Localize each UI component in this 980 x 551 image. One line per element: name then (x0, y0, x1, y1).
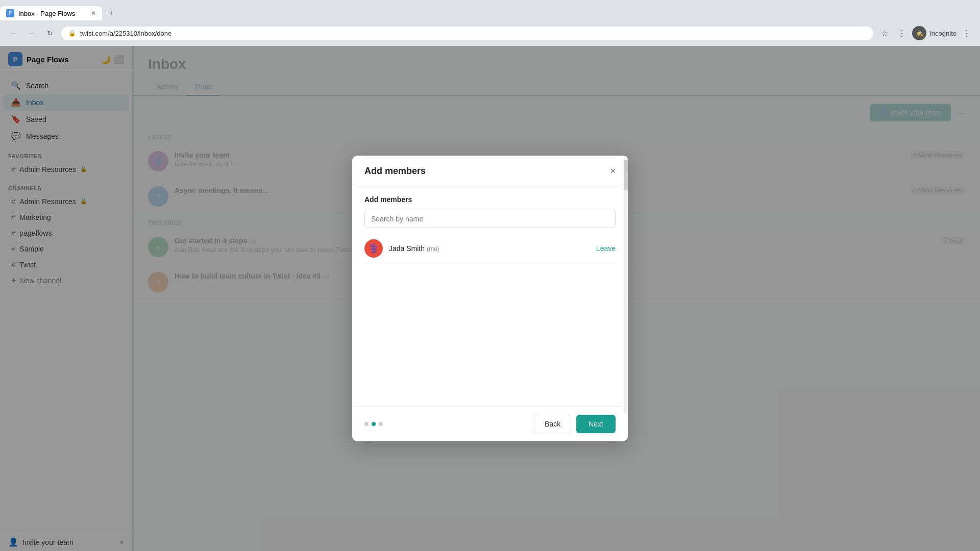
tab-favicon: P (6, 9, 14, 17)
active-tab[interactable]: P Inbox - Page Flows ✕ (0, 6, 102, 20)
modal-overlay[interactable]: Add members × Add members ⚕️ Jada Smith … (0, 46, 980, 551)
modal-scrollbar[interactable] (624, 156, 628, 413)
modal-scroll-thumb (624, 160, 628, 190)
jada-leave-button[interactable]: Leave (596, 244, 616, 253)
modal-header: Add members × (352, 156, 628, 185)
address-bar[interactable]: 🔒 twist.com/a/225310/inbox/done (61, 27, 873, 40)
browser-chrome: P Inbox - Page Flows ✕ + ← → ↻ 🔒 twist.c… (0, 0, 980, 46)
add-members-section-title: Add members (364, 195, 616, 204)
pagination-dots (364, 422, 383, 426)
dot-3 (379, 422, 383, 426)
bookmark-icon[interactable]: ☆ (877, 26, 892, 40)
jada-smith-name: Jada Smith (me) (389, 244, 590, 253)
modal-body: Add members ⚕️ Jada Smith (me) Leave (352, 185, 628, 406)
tab-title: Inbox - Page Flows (18, 10, 87, 17)
modal-actions: Back Next (534, 415, 616, 433)
jada-avatar-icon: ⚕️ (368, 243, 379, 254)
jada-smith-avatar: ⚕️ (364, 239, 383, 258)
back-nav-button[interactable]: ← (6, 26, 20, 40)
url-text: twist.com/a/225310/inbox/done (80, 30, 866, 37)
member-item-jada-smith: ⚕️ Jada Smith (me) Leave (364, 234, 616, 263)
modal-title: Add members (364, 166, 426, 177)
dot-2 (372, 422, 376, 426)
add-members-modal: Add members × Add members ⚕️ Jada Smith … (352, 156, 628, 441)
empty-member-area (364, 263, 616, 406)
search-by-name-input[interactable] (364, 210, 616, 228)
forward-nav-button[interactable]: → (24, 26, 39, 40)
incognito-badge: 🕵 (912, 26, 926, 40)
dot-1 (364, 422, 369, 426)
tab-close-icon[interactable]: ✕ (91, 10, 96, 17)
next-button[interactable]: Next (576, 415, 616, 433)
modal-close-button[interactable]: × (610, 166, 616, 177)
lock-icon: 🔒 (68, 30, 76, 37)
new-tab-button[interactable]: + (104, 6, 118, 20)
member-list: ⚕️ Jada Smith (me) Leave (364, 234, 616, 263)
incognito-label: Incognito (929, 30, 957, 37)
jada-tag: (me) (427, 245, 439, 253)
browser-extend-icon[interactable]: ⋮ (960, 26, 974, 40)
reload-button[interactable]: ↻ (43, 26, 57, 40)
browser-menu-icon[interactable]: ⋮ (895, 26, 909, 40)
modal-footer: Back Next (352, 406, 628, 441)
back-button[interactable]: Back (534, 415, 571, 433)
